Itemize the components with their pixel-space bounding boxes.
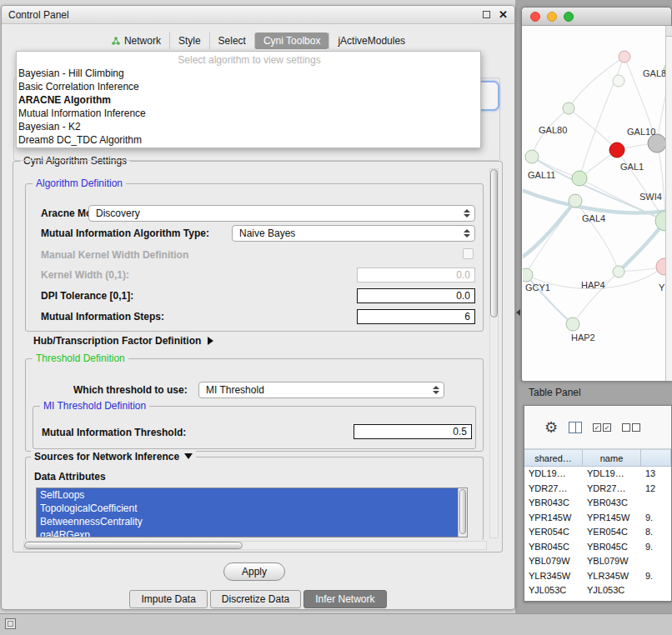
tab-label: jActiveModules [338,35,405,47]
network-vertical-scrollbar[interactable] [665,26,672,381]
column-header[interactable]: name [583,449,641,467]
hub-definition-label: Hub/Transcription Factor Definition [33,335,201,347]
select-all-icon[interactable]: ✓✓ [593,423,611,432]
mi-threshold-field[interactable]: 0.5 [354,424,472,439]
list-item[interactable]: gal4RGexp [37,528,458,538]
settings-vertical-scrollbar[interactable] [489,168,499,538]
network-node[interactable] [648,134,665,152]
cell: YER054C [583,525,641,540]
network-node[interactable] [619,51,630,62]
hub-definition-toggle[interactable]: Hub/Transcription Factor Definition [33,335,213,347]
dpi-tolerance-field[interactable]: 0.0 [357,288,475,303]
cell: YDL19… [583,467,641,482]
dropdown-item[interactable]: Mutual Information Inference [17,107,480,120]
close-icon[interactable]: ✕ [499,10,508,20]
cell: YLR345W [524,569,583,584]
zoom-traffic-light[interactable] [564,12,574,22]
manual-kernel-width-checkbox[interactable] [463,248,474,259]
table-row[interactable]: YBR045CYBR045C9. [524,540,671,555]
tab-cyni-toolbox[interactable]: Cyni Toolbox [254,32,328,49]
network-icon [111,36,121,46]
network-node[interactable] [563,102,574,114]
selected-value: MI Threshold [206,384,264,396]
table-row[interactable]: YPR145WYPR145W9. [524,511,671,526]
tab-impute-data[interactable]: Impute Data [129,590,207,608]
cell: 9. [641,511,671,526]
cyni-bottom-tabs: Impute Data Discretize Data Infer Networ… [2,590,514,608]
column-header[interactable] [641,449,671,467]
minimize-traffic-light[interactable] [547,12,557,22]
network-node-red[interactable] [609,142,624,158]
tab-select[interactable]: Select [209,32,254,49]
table-row[interactable]: YDL19…YDL19…13 [524,467,671,482]
kernel-width-field[interactable]: 0.0 [357,268,475,282]
dropdown-item[interactable]: Basic Correlation Inference [17,80,480,93]
settings-horizontal-scrollbar[interactable] [23,541,487,550]
tab-jactivemodules[interactable]: jActiveModules [328,32,414,49]
tab-network[interactable]: Network [103,32,169,49]
network-canvas[interactable]: GAL8 GAL80 GAL10 GAL11 GAL1 SWI4 GAL4 GC… [523,26,672,381]
cell: YBL079W [524,554,583,569]
group-title: Threshold Definition [33,352,128,364]
scrollbar-thumb[interactable] [459,489,466,534]
network-node[interactable] [525,150,539,163]
table-row[interactable]: YBL079WYBL079W [524,554,671,569]
group-title: MI Threshold Definition [40,400,149,412]
scrollbar-thumb[interactable] [490,169,498,318]
table-row[interactable]: YLR345WYLR345W9. [524,569,671,584]
gear-icon[interactable]: ⚙ [544,420,558,435]
list-item[interactable]: SelfLoops [37,488,458,502]
column-header[interactable]: shared… [524,449,583,467]
tab-discretize-data[interactable]: Discretize Data [210,590,301,608]
close-traffic-light[interactable] [530,12,540,22]
table-body: YDL19…YDL19…13 YDR27…YDR27…12 YBR043CYBR… [524,467,671,598]
table-row[interactable]: YBR043CYBR043C [524,496,671,511]
network-node[interactable] [572,171,587,186]
sources-toggle[interactable]: Sources for Network Inference [31,451,196,462]
dropdown-item[interactable]: Bayesian - K2 [17,120,480,133]
scrollbar-thumb[interactable] [24,542,243,549]
mi-algorithm-type-label: Mutual Information Algorithm Type: [41,228,209,239]
list-item[interactable]: BetweennessCentrality [37,515,458,528]
tab-infer-network[interactable]: Infer Network [303,590,386,608]
apply-button[interactable]: Apply [223,562,285,581]
network-node[interactable] [656,258,665,275]
network-node[interactable] [566,318,579,331]
list-vertical-scrollbar[interactable] [458,488,467,537]
status-bar-icon[interactable] [5,618,16,629]
spinner-arrows-icon [464,209,470,218]
cell: YPR145W [524,511,583,526]
node-label: Y [659,282,665,292]
cell [641,583,671,598]
cell: 9. [641,540,671,555]
table-row[interactable]: YJL053CYJL053C [524,583,671,598]
float-window-icon[interactable] [483,11,490,18]
dropdown-item[interactable]: Dream8 DC_TDC Algorithm [17,133,480,147]
mi-algorithm-type-select[interactable]: Naive Bayes [232,225,475,242]
cell [641,496,671,511]
which-threshold-label: Which threshold to use: [73,384,188,396]
dropdown-item[interactable]: Bayesian - Hill Climbing [17,67,480,80]
network-node[interactable] [569,194,582,208]
dropdown-item-selected[interactable]: ARACNE Algorithm [17,93,480,107]
table-row[interactable]: YER054CYER054C8. [524,525,671,540]
mi-steps-field[interactable]: 6 [357,309,475,324]
tab-style[interactable]: Style [169,32,209,49]
aracne-mode-select[interactable]: Discovery [88,205,475,222]
node-label: GAL1 [620,162,644,172]
network-node[interactable] [613,75,624,87]
column-chooser-icon[interactable] [569,422,582,433]
cell: YJL053C [583,583,641,598]
scrollbar-button[interactable] [666,26,672,37]
cell: YDL19… [524,467,583,482]
panel-splitter-collapse-icon[interactable] [516,309,520,316]
list-item[interactable]: TopologicalCoefficient [37,502,458,515]
node-label: GAL80 [539,125,567,135]
table-row[interactable]: YDR27…YDR27…12 [524,482,671,497]
deselect-all-icon[interactable] [622,423,640,432]
network-node[interactable] [613,266,624,278]
unchecked-box-icon [622,423,630,432]
network-node[interactable] [523,268,533,282]
kernel-width-label: Kernel Width (0,1): [41,269,129,281]
which-threshold-select[interactable]: MI Threshold [198,382,444,398]
